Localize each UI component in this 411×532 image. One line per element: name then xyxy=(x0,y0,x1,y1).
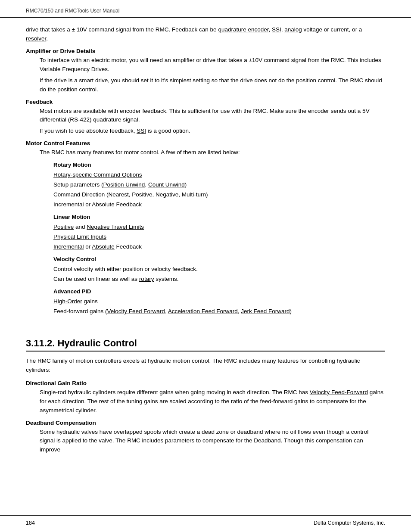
link-physical-limit-inputs[interactable]: Physical Limit Inputs xyxy=(53,233,106,240)
hydraulic-intro: The RMC family of motion controllers exc… xyxy=(26,357,385,375)
page-footer: 184 Delta Computer Systems, Inc. xyxy=(0,515,411,532)
link-absolute-1[interactable]: Absolute xyxy=(92,201,115,208)
link-analog[interactable]: analog xyxy=(284,26,302,33)
pid-item-2: Feed-forward gains (Velocity Feed Forwar… xyxy=(53,307,385,316)
link-positive-travel[interactable]: Positive xyxy=(53,224,74,230)
link-absolute-2[interactable]: Absolute xyxy=(92,243,115,250)
link-accel-ff[interactable]: Acceleration Feed Forward xyxy=(168,308,238,314)
motor-control-intro: The RMC has many features for motor cont… xyxy=(40,148,385,157)
hydraulic-section: 3.11.2. Hydraulic Control The RMC family… xyxy=(26,338,385,454)
hydraulic-section-title: 3.11.2. Hydraulic Control xyxy=(26,338,137,348)
amplifier-heading: Amplifier or Drive Details xyxy=(26,48,385,54)
link-velocity-feed-forward[interactable]: Velocity Feed-Forward xyxy=(310,389,368,395)
amplifier-para-1: To interface with an electric motor, you… xyxy=(40,56,385,74)
feedback-content: Most motors are available with encoder f… xyxy=(40,107,385,136)
link-deadband[interactable]: Deadband xyxy=(254,437,280,444)
pid-item-1: High-Order gains xyxy=(53,297,385,306)
directional-gain-content: Single-rod hydraulic cylinders require d… xyxy=(40,388,385,415)
page-number: 184 xyxy=(26,520,35,526)
deadband-text: Some hydraulic valves have overlapped sp… xyxy=(40,428,385,455)
rotary-item-1: Rotary-specific Command Options xyxy=(53,171,385,180)
rotary-motion-heading: Rotary Motion xyxy=(53,161,385,169)
link-high-order[interactable]: High-Order xyxy=(53,298,82,305)
rotary-item-2: Setup parameters (Position Unwind, Count… xyxy=(53,180,385,190)
linear-item-2: Physical Limit Inputs xyxy=(53,233,385,242)
feedback-para-2: If you wish to use absolute feedback, SS… xyxy=(40,127,385,136)
rotary-item-4: Incremental or Absolute Feedback xyxy=(53,200,385,209)
feedback-heading: Feedback xyxy=(26,99,385,105)
velocity-control-heading: Velocity Control xyxy=(53,255,385,264)
velocity-item-2: Can be used on linear as well as rotary … xyxy=(53,275,385,284)
intro-paragraph: drive that takes a ± 10V command signal … xyxy=(26,25,385,44)
hydraulic-title-block: 3.11.2. Hydraulic Control xyxy=(26,338,385,352)
hydraulic-section-number: 3.11.2. xyxy=(26,338,55,348)
link-quadrature-encoder[interactable]: quadrature encoder xyxy=(218,26,268,33)
hydraulic-title: Hydraulic Control xyxy=(57,338,137,348)
link-count-unwind[interactable]: Count Unwind xyxy=(148,181,185,188)
link-ssi-1[interactable]: SSI xyxy=(272,26,281,33)
rotary-item-3: Command Direction (Nearest, Positive, Ne… xyxy=(53,190,385,199)
header-text: RMC70/150 and RMCTools User Manual xyxy=(26,8,119,14)
velocity-control-items: Control velocity with either position or… xyxy=(40,265,385,284)
link-velocity-ff[interactable]: Velocity Feed Forward xyxy=(107,308,165,314)
page-header: RMC70/150 and RMCTools User Manual xyxy=(0,0,411,18)
link-ssi-2[interactable]: SSI xyxy=(137,128,146,134)
advanced-pid-heading: Advanced PID xyxy=(53,287,385,296)
amplifier-para-2: If the drive is a smart drive, you shoul… xyxy=(40,76,385,94)
directional-gain-text: Single-rod hydraulic cylinders require d… xyxy=(40,388,385,415)
motor-control-heading: Motor Control Features xyxy=(26,140,385,146)
link-rotary-command-options[interactable]: Rotary-specific Command Options xyxy=(53,171,142,178)
link-rotary[interactable]: rotary xyxy=(139,276,154,282)
link-negative-travel[interactable]: Negative Travel Limits xyxy=(87,224,144,230)
main-content: drive that takes a ± 10V command signal … xyxy=(0,18,411,515)
deadband-heading: Deadband Compensation xyxy=(26,420,385,426)
linear-item-3: Incremental or Absolute Feedback xyxy=(53,243,385,252)
linear-item-1: Positive and Negative Travel Limits xyxy=(53,223,385,232)
advanced-pid-items: High-Order gains Feed-forward gains (Vel… xyxy=(40,297,385,316)
link-position-unwind[interactable]: Position Unwind xyxy=(103,181,145,188)
velocity-item-1: Control velocity with either position or… xyxy=(53,265,385,274)
page: RMC70/150 and RMCTools User Manual drive… xyxy=(0,0,411,532)
link-jerk-ff[interactable]: Jerk Feed Forward xyxy=(241,308,290,314)
motor-control-content: The RMC has many features for motor cont… xyxy=(40,148,385,316)
link-incremental-2[interactable]: Incremental xyxy=(53,243,84,250)
rotary-motion-items: Rotary-specific Command Options Setup pa… xyxy=(40,171,385,209)
linear-motion-heading: Linear Motion xyxy=(53,213,385,221)
directional-gain-heading: Directional Gain Ratio xyxy=(26,380,385,386)
deadband-content: Some hydraulic valves have overlapped sp… xyxy=(40,428,385,455)
feedback-para-1: Most motors are available with encoder f… xyxy=(40,107,385,125)
linear-motion-items: Positive and Negative Travel Limits Phys… xyxy=(40,223,385,252)
link-resolver[interactable]: resolver xyxy=(26,35,46,42)
company-name: Delta Computer Systems, Inc. xyxy=(314,520,385,526)
amplifier-content: To interface with an electric motor, you… xyxy=(40,56,385,94)
link-incremental-1[interactable]: Incremental xyxy=(53,201,84,208)
